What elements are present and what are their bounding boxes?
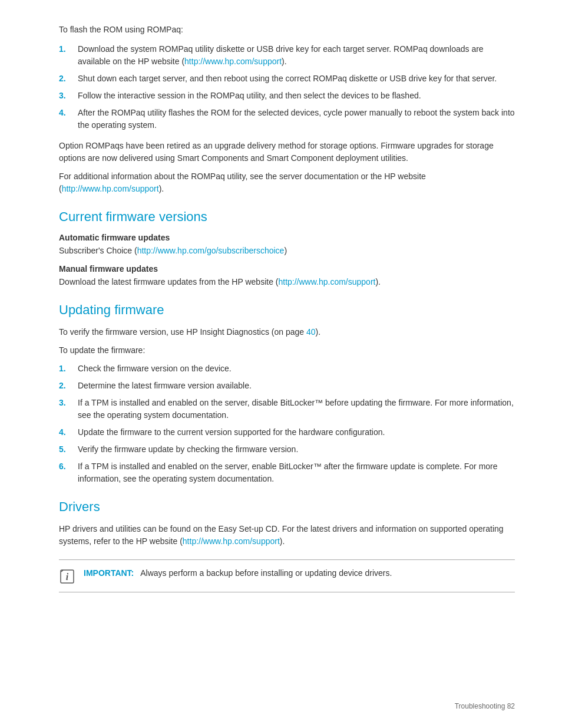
rompaq-step-2: 2. Shut down each target server, and the… xyxy=(59,73,515,85)
important-text: Always perform a backup before installin… xyxy=(140,568,392,578)
manual-firmware-heading: Manual firmware updates xyxy=(59,264,515,274)
updating-firmware-heading: Updating firmware xyxy=(59,302,515,318)
drivers-text: HP drivers and utilities can be found on… xyxy=(59,523,515,548)
update-step-4-num: 4. xyxy=(59,426,73,439)
step-2-content: Shut down each target server, and then r… xyxy=(78,73,515,85)
updating-firmware-steps-list: 1. Check the firmware version on the dev… xyxy=(59,363,515,485)
footer-text: Troubleshooting 82 xyxy=(455,702,515,710)
intro-text: To flash the ROM using ROMPaq: xyxy=(59,24,515,36)
step-1-content: Download the system ROMPaq utility diske… xyxy=(78,43,515,68)
update-step-5: 5. Verify the firmware update by checkin… xyxy=(59,443,515,456)
step-1-num: 1. xyxy=(59,43,73,68)
rompaq-steps-list: 1. Download the system ROMPaq utility di… xyxy=(59,43,515,131)
step-1-link[interactable]: http://www.hp.com/support xyxy=(184,57,282,66)
update-step-5-num: 5. xyxy=(59,443,73,456)
updating-firmware-intro2: To update the firmware: xyxy=(59,344,515,357)
page-footer: Troubleshooting 82 xyxy=(455,702,515,710)
important-icon: i xyxy=(59,568,75,585)
step-3-content: Follow the interactive session in the RO… xyxy=(78,90,515,102)
update-step-4: 4. Update the firmware to the current ve… xyxy=(59,426,515,439)
update-step-1: 1. Check the firmware version on the dev… xyxy=(59,363,515,375)
step-2-num: 2. xyxy=(59,73,73,85)
step-3-num: 3. xyxy=(59,90,73,102)
update-step-3-content: If a TPM is installed and enabled on the… xyxy=(78,397,515,421)
update-step-2-num: 2. xyxy=(59,380,73,392)
rompaq-note-1: Option ROMPaqs have been retired as an u… xyxy=(59,140,515,164)
update-step-2: 2. Determine the latest firmware version… xyxy=(59,380,515,392)
update-step-1-num: 1. xyxy=(59,363,73,375)
rompaq-note-2: For additional information about the ROM… xyxy=(59,170,515,195)
update-step-6: 6. If a TPM is installed and enabled on … xyxy=(59,460,515,485)
update-step-4-content: Update the firmware to the current versi… xyxy=(78,426,515,439)
svg-text:i: i xyxy=(66,572,69,582)
important-note-content: IMPORTANT: Always perform a backup befor… xyxy=(84,567,392,579)
auto-firmware-text: Subscriber's Choice (http://www.hp.com/g… xyxy=(59,245,515,257)
update-step-2-content: Determine the latest firmware version av… xyxy=(78,380,515,392)
manual-firmware-link[interactable]: http://www.hp.com/support xyxy=(278,277,375,286)
rompaq-step-4: 4. After the ROMPaq utility flashes the … xyxy=(59,107,515,131)
update-step-3-num: 3. xyxy=(59,397,73,421)
important-note-box: i IMPORTANT: Always perform a backup bef… xyxy=(59,559,515,592)
update-step-6-content: If a TPM is installed and enabled on the… xyxy=(78,460,515,485)
auto-firmware-heading: Automatic firmware updates xyxy=(59,233,515,242)
update-step-6-num: 6. xyxy=(59,460,73,485)
updating-firmware-intro1: To verify the firmware version, use HP I… xyxy=(59,326,515,338)
update-step-5-content: Verify the firmware update by checking t… xyxy=(78,443,515,456)
rompaq-note-2-link[interactable]: http://www.hp.com/support xyxy=(62,184,159,193)
subscriber-choice-link[interactable]: http://www.hp.com/go/subscriberschoice xyxy=(137,246,285,255)
update-step-1-content: Check the firmware version on the device… xyxy=(78,363,515,375)
update-step-3: 3. If a TPM is installed and enabled on … xyxy=(59,397,515,421)
current-firmware-heading: Current firmware versions xyxy=(59,209,515,225)
manual-firmware-text: Download the latest firmware updates fro… xyxy=(59,276,515,288)
drivers-heading: Drivers xyxy=(59,499,515,515)
drivers-link[interactable]: http://www.hp.com/support xyxy=(183,536,280,546)
page-content: To flash the ROM using ROMPaq: 1. Downlo… xyxy=(0,0,562,728)
rompaq-step-1: 1. Download the system ROMPaq utility di… xyxy=(59,43,515,68)
page-40-link[interactable]: 40 xyxy=(306,327,316,337)
important-label: IMPORTANT: xyxy=(84,568,134,578)
step-4-num: 4. xyxy=(59,107,73,131)
rompaq-step-3: 3. Follow the interactive session in the… xyxy=(59,90,515,102)
step-4-content: After the ROMPaq utility flashes the ROM… xyxy=(78,107,515,131)
